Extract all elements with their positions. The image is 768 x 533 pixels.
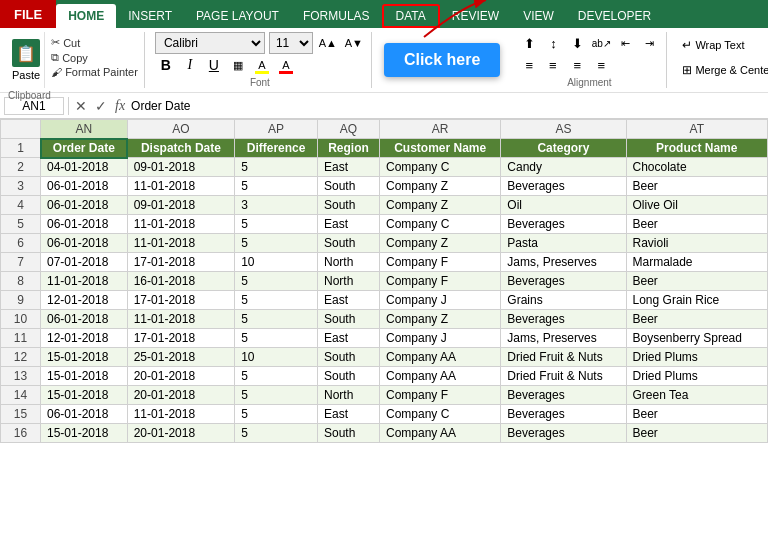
cell-as13[interactable]: Dried Fruit & Nuts — [501, 367, 626, 386]
cell-an11[interactable]: 12-01-2018 — [41, 329, 128, 348]
cell-ao5[interactable]: 11-01-2018 — [127, 215, 234, 234]
cell-aq15[interactable]: East — [317, 405, 379, 424]
cell-as3[interactable]: Beverages — [501, 177, 626, 196]
decrease-font-button[interactable]: A▼ — [343, 32, 365, 54]
font-family-select[interactable]: Calibri — [155, 32, 265, 54]
cell-ar7[interactable]: Company F — [379, 253, 500, 272]
indent-increase-button[interactable]: ⇥ — [638, 32, 660, 54]
cell-ar1[interactable]: Customer Name — [379, 139, 500, 158]
align-right-button[interactable]: ≡ — [566, 54, 588, 76]
cell-at3[interactable]: Beer — [626, 177, 767, 196]
cell-as1[interactable]: Category — [501, 139, 626, 158]
cell-ar9[interactable]: Company J — [379, 291, 500, 310]
cell-aq16[interactable]: South — [317, 424, 379, 443]
cell-aq12[interactable]: South — [317, 348, 379, 367]
col-header-at[interactable]: AT — [626, 120, 767, 139]
cell-ap13[interactable]: 5 — [235, 367, 318, 386]
cell-ar10[interactable]: Company Z — [379, 310, 500, 329]
wrap-text-button[interactable]: ↵ Wrap Text — [677, 35, 768, 55]
cell-an14[interactable]: 15-01-2018 — [41, 386, 128, 405]
cell-as10[interactable]: Beverages — [501, 310, 626, 329]
cell-aq1[interactable]: Region — [317, 139, 379, 158]
cell-aq8[interactable]: North — [317, 272, 379, 291]
cell-at7[interactable]: Marmalade — [626, 253, 767, 272]
cell-ao15[interactable]: 11-01-2018 — [127, 405, 234, 424]
cell-ao1[interactable]: Dispatch Date — [127, 139, 234, 158]
cell-aq5[interactable]: East — [317, 215, 379, 234]
cell-aq13[interactable]: South — [317, 367, 379, 386]
col-header-as[interactable]: AS — [501, 120, 626, 139]
col-header-an[interactable]: AN — [41, 120, 128, 139]
copy-button[interactable]: ⧉ Copy — [51, 51, 138, 64]
increase-font-button[interactable]: A▲ — [317, 32, 339, 54]
cell-as4[interactable]: Oil — [501, 196, 626, 215]
cell-at5[interactable]: Beer — [626, 215, 767, 234]
col-header-ao[interactable]: AO — [127, 120, 234, 139]
cell-at10[interactable]: Beer — [626, 310, 767, 329]
cell-an15[interactable]: 06-01-2018 — [41, 405, 128, 424]
cell-ap6[interactable]: 5 — [235, 234, 318, 253]
cell-ao9[interactable]: 17-01-2018 — [127, 291, 234, 310]
cell-ap12[interactable]: 10 — [235, 348, 318, 367]
cell-as14[interactable]: Beverages — [501, 386, 626, 405]
cell-as2[interactable]: Candy — [501, 158, 626, 177]
cell-at6[interactable]: Ravioli — [626, 234, 767, 253]
cell-at12[interactable]: Dried Plums — [626, 348, 767, 367]
cell-ar8[interactable]: Company F — [379, 272, 500, 291]
cell-an8[interactable]: 11-01-2018 — [41, 272, 128, 291]
click-here-callout[interactable]: Click here — [384, 43, 500, 77]
cell-an10[interactable]: 06-01-2018 — [41, 310, 128, 329]
cell-aq10[interactable]: South — [317, 310, 379, 329]
cell-ao13[interactable]: 20-01-2018 — [127, 367, 234, 386]
tab-view[interactable]: VIEW — [511, 4, 566, 28]
cell-at11[interactable]: Boysenberry Spread — [626, 329, 767, 348]
cell-ap1[interactable]: Difference — [235, 139, 318, 158]
cell-ap11[interactable]: 5 — [235, 329, 318, 348]
cell-ar15[interactable]: Company C — [379, 405, 500, 424]
cell-aq7[interactable]: North — [317, 253, 379, 272]
cell-an5[interactable]: 06-01-2018 — [41, 215, 128, 234]
tab-page-layout[interactable]: PAGE LAYOUT — [184, 4, 291, 28]
cell-ap9[interactable]: 5 — [235, 291, 318, 310]
tab-formulas[interactable]: FORMULAS — [291, 4, 382, 28]
indent-decrease-button[interactable]: ⇤ — [614, 32, 636, 54]
cell-as6[interactable]: Pasta — [501, 234, 626, 253]
cell-ap4[interactable]: 3 — [235, 196, 318, 215]
cell-an12[interactable]: 15-01-2018 — [41, 348, 128, 367]
confirm-formula-button[interactable]: ✓ — [93, 98, 109, 114]
cell-ar13[interactable]: Company AA — [379, 367, 500, 386]
cell-ap7[interactable]: 10 — [235, 253, 318, 272]
cell-at13[interactable]: Dried Plums — [626, 367, 767, 386]
cell-ap16[interactable]: 5 — [235, 424, 318, 443]
cell-as15[interactable]: Beverages — [501, 405, 626, 424]
col-header-aq[interactable]: AQ — [317, 120, 379, 139]
font-color-button[interactable]: A — [275, 54, 297, 76]
cell-ao16[interactable]: 20-01-2018 — [127, 424, 234, 443]
cell-an9[interactable]: 12-01-2018 — [41, 291, 128, 310]
cell-ao6[interactable]: 11-01-2018 — [127, 234, 234, 253]
tab-file[interactable]: FILE — [0, 0, 56, 28]
cell-an3[interactable]: 06-01-2018 — [41, 177, 128, 196]
cancel-formula-button[interactable]: ✕ — [73, 98, 89, 114]
cell-ao12[interactable]: 25-01-2018 — [127, 348, 234, 367]
align-left-button[interactable]: ≡ — [518, 54, 540, 76]
cell-an4[interactable]: 06-01-2018 — [41, 196, 128, 215]
cell-ap15[interactable]: 5 — [235, 405, 318, 424]
cell-an16[interactable]: 15-01-2018 — [41, 424, 128, 443]
cell-aq11[interactable]: East — [317, 329, 379, 348]
cell-ao8[interactable]: 16-01-2018 — [127, 272, 234, 291]
tab-developer[interactable]: DEVELOPER — [566, 4, 663, 28]
cell-aq3[interactable]: South — [317, 177, 379, 196]
col-header-ar[interactable]: AR — [379, 120, 500, 139]
cell-ao10[interactable]: 11-01-2018 — [127, 310, 234, 329]
fill-color-button[interactable]: A — [251, 54, 273, 76]
cell-ap8[interactable]: 5 — [235, 272, 318, 291]
cell-at2[interactable]: Chocolate — [626, 158, 767, 177]
border-button[interactable]: ▦ — [227, 54, 249, 76]
cell-at8[interactable]: Beer — [626, 272, 767, 291]
cell-ar11[interactable]: Company J — [379, 329, 500, 348]
cell-ao14[interactable]: 20-01-2018 — [127, 386, 234, 405]
cell-as8[interactable]: Beverages — [501, 272, 626, 291]
formula-input[interactable] — [131, 99, 764, 113]
cell-aq9[interactable]: East — [317, 291, 379, 310]
